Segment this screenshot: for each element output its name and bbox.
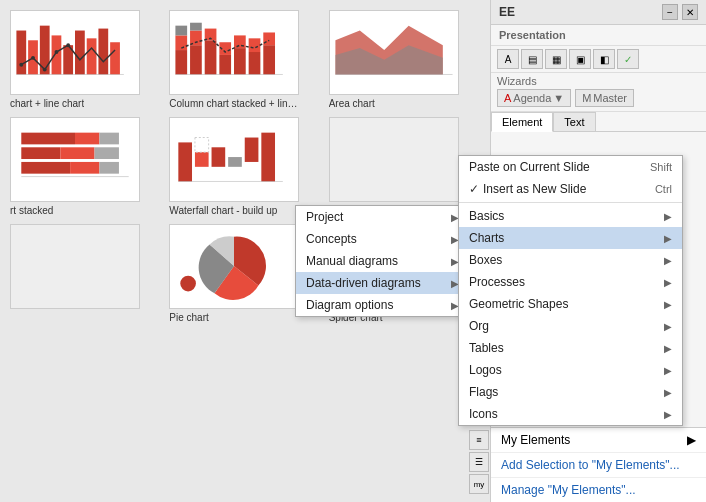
minimize-button[interactable]: − <box>662 4 678 20</box>
svg-point-12 <box>54 50 58 54</box>
menu-divider-1 <box>459 202 682 203</box>
manage-item[interactable]: Manage "My Elements"... <box>491 478 706 502</box>
my-elements-item[interactable]: My Elements ▶ <box>491 428 706 453</box>
side-icon-2[interactable]: ☰ <box>469 452 489 472</box>
tab-element[interactable]: Element <box>491 112 553 132</box>
svg-point-13 <box>66 43 70 47</box>
menu-item-diagram-options-label: Diagram options <box>306 298 451 312</box>
tabs-row: Element Text <box>491 112 706 132</box>
tab-text[interactable]: Text <box>553 112 595 131</box>
context-menu-2: Paste on Current Slide Shift ✓ Insert as… <box>458 155 683 426</box>
thumb-item-empty2 <box>10 224 161 323</box>
panel-header: EE − ✕ <box>491 0 706 25</box>
menu-item-geometric-label: Geometric Shapes <box>469 297 664 311</box>
agenda-label: Agenda <box>513 92 551 104</box>
menu-item-basics[interactable]: Basics ▶ <box>459 205 682 227</box>
thumb-item-waterfall[interactable]: Waterfall chart - build up <box>169 117 320 216</box>
master-button[interactable]: M Master <box>575 89 634 107</box>
menu-item-basics-label: Basics <box>469 209 664 223</box>
thumb-label-area: Area chart <box>329 98 375 109</box>
wizard-buttons: A Agenda ▼ M Master <box>497 87 700 109</box>
menu-item-data-driven[interactable]: Data-driven diagrams ▶ <box>296 272 469 294</box>
my-elements-arrow: ▶ <box>687 433 696 447</box>
side-icon-1[interactable]: ≡ <box>469 430 489 450</box>
menu-item-boxes[interactable]: Boxes ▶ <box>459 249 682 271</box>
menu-item-boxes-label: Boxes <box>469 253 664 267</box>
svg-rect-7 <box>98 29 108 75</box>
svg-point-11 <box>43 68 47 72</box>
menu-item-processes-arrow: ▶ <box>664 277 672 288</box>
menu-item-insert[interactable]: ✓ Insert as New Slide Ctrl <box>459 178 682 200</box>
svg-rect-43 <box>99 133 119 145</box>
thumb-label-col-stacked: Column chart stacked + line... <box>169 98 299 109</box>
thumb-item-bar-line[interactable]: chart + line chart <box>10 10 161 109</box>
menu-item-boxes-arrow: ▶ <box>664 255 672 266</box>
menu-item-icons-arrow: ▶ <box>664 409 672 420</box>
tb-btn-check[interactable]: ✓ <box>617 49 639 69</box>
tb-btn-1[interactable]: A <box>497 49 519 69</box>
manage-label: Manage "My Elements"... <box>501 483 636 497</box>
menu-item-tables-arrow: ▶ <box>664 343 672 354</box>
thumb-item-bar-stacked[interactable]: rt stacked <box>10 117 161 216</box>
my-elements-label: My Elements <box>501 433 570 447</box>
thumb-label-bar-stacked: rt stacked <box>10 205 53 216</box>
svg-rect-38 <box>21 147 60 159</box>
svg-point-10 <box>31 56 35 60</box>
agenda-icon: A <box>504 92 511 104</box>
agenda-button[interactable]: A Agenda ▼ <box>497 89 571 107</box>
menu-item-flags[interactable]: Flags ▶ <box>459 381 682 403</box>
menu-item-data-driven-label: Data-driven diagrams <box>306 276 451 290</box>
add-selection-label: Add Selection to "My Elements"... <box>501 458 680 472</box>
menu-item-charts[interactable]: Charts ▶ <box>459 227 682 249</box>
menu-item-concepts[interactable]: Concepts ▶ <box>296 228 469 250</box>
svg-point-9 <box>19 63 23 67</box>
thumb-item-col-stacked[interactable]: Column chart stacked + line... <box>169 10 320 109</box>
close-button[interactable]: ✕ <box>682 4 698 20</box>
tb-btn-2[interactable]: ▤ <box>521 49 543 69</box>
menu-item-manual[interactable]: Manual diagrams ▶ <box>296 250 469 272</box>
menu-item-processes[interactable]: Processes ▶ <box>459 271 682 293</box>
menu-item-paste[interactable]: Paste on Current Slide Shift <box>459 156 682 178</box>
svg-rect-6 <box>87 38 97 74</box>
menu-item-paste-shortcut: Shift <box>650 161 672 173</box>
svg-rect-42 <box>75 133 99 145</box>
menu-item-geometric-arrow: ▶ <box>664 299 672 310</box>
menu-item-flags-label: Flags <box>469 385 664 399</box>
menu-item-tables-label: Tables <box>469 341 664 355</box>
svg-rect-51 <box>195 138 209 153</box>
svg-point-54 <box>181 276 197 292</box>
menu-item-geometric[interactable]: Geometric Shapes ▶ <box>459 293 682 315</box>
thumb-item-area[interactable]: Area chart <box>329 10 480 109</box>
menu-item-logos-arrow: ▶ <box>664 365 672 376</box>
panel-title: EE <box>499 5 515 19</box>
svg-rect-29 <box>264 45 276 74</box>
menu-item-concepts-label: Concepts <box>306 232 451 246</box>
menu-item-charts-arrow: ▶ <box>664 233 672 244</box>
menu-item-tables[interactable]: Tables ▶ <box>459 337 682 359</box>
menu-item-org[interactable]: Org ▶ <box>459 315 682 337</box>
menu-item-logos[interactable]: Logos ▶ <box>459 359 682 381</box>
menu-item-flags-arrow: ▶ <box>664 387 672 398</box>
svg-rect-46 <box>195 152 209 167</box>
svg-rect-48 <box>228 157 242 167</box>
tb-btn-4[interactable]: ▣ <box>569 49 591 69</box>
menu-item-processes-label: Processes <box>469 275 664 289</box>
svg-rect-27 <box>249 52 261 74</box>
menu-item-icons[interactable]: Icons ▶ <box>459 403 682 425</box>
svg-rect-50 <box>262 133 276 182</box>
menu-item-icons-label: Icons <box>469 407 664 421</box>
menu-item-basics-arrow: ▶ <box>664 211 672 222</box>
svg-rect-21 <box>205 40 217 74</box>
menu-item-project[interactable]: Project ▶ <box>296 206 469 228</box>
presentation-section: Presentation <box>491 25 706 46</box>
svg-rect-23 <box>220 55 232 75</box>
menu-item-insert-shortcut: Ctrl <box>655 183 672 195</box>
add-selection-item[interactable]: Add Selection to "My Elements"... <box>491 453 706 478</box>
tb-btn-5[interactable]: ◧ <box>593 49 615 69</box>
menu-item-logos-label: Logos <box>469 363 664 377</box>
svg-rect-37 <box>99 162 119 174</box>
menu-item-diagram-options[interactable]: Diagram options ▶ <box>296 294 469 316</box>
tb-btn-3[interactable]: ▦ <box>545 49 567 69</box>
side-icon-3[interactable]: my <box>469 474 489 494</box>
svg-rect-45 <box>179 142 193 181</box>
